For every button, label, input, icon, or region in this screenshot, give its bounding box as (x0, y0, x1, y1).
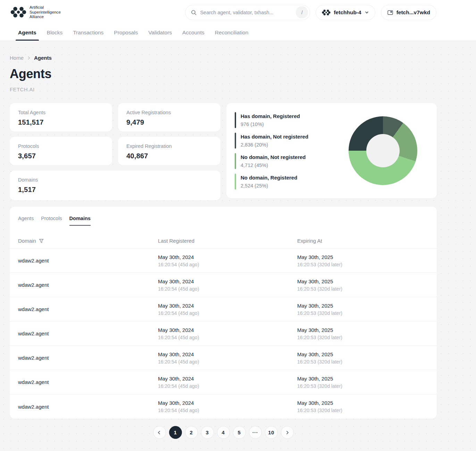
registered-date: May 30th, 2024 (158, 351, 297, 357)
stat-value: 40,867 (126, 152, 212, 160)
pagination-page-2[interactable]: 2 (185, 426, 198, 439)
nav-tab-reconciliation[interactable]: Reconciliation (215, 25, 249, 41)
page-title: Agents (10, 67, 437, 81)
table-row[interactable]: wdaw2.agent May 30th, 2024 16:20:54 (45d… (10, 321, 437, 346)
pagination-page-5[interactable]: 5 (233, 426, 246, 439)
asi-alliance-logo[interactable]: Artificial Superintelligence Alliance (10, 5, 61, 19)
pagination-next-button[interactable] (281, 426, 294, 439)
nav-tab-blocks[interactable]: Blocks (47, 25, 63, 41)
expiring-date: May 30th, 2025 (297, 254, 428, 260)
column-header-domain: Domain (18, 238, 158, 244)
legend-label: Has domain, Registered (241, 112, 300, 119)
table-tabs: Agents Protocols Domains (10, 216, 437, 224)
table-row[interactable]: wdaw2.agent May 30th, 2024 16:20:54 (45d… (10, 370, 437, 394)
table-row[interactable]: wdaw2.agent May 30th, 2024 16:20:54 (45d… (10, 297, 437, 321)
registered-date: May 30th, 2024 (158, 278, 297, 284)
cell-domain: wdaw2.agent (18, 355, 158, 361)
search-bar[interactable]: / (185, 5, 310, 20)
registered-time: 16:20:54 (45d ago) (158, 359, 297, 365)
column-header-expiring-at: Expiring At (297, 238, 428, 244)
cell-domain: wdaw2.agent (18, 379, 158, 385)
expiring-time: 16:20:53 (320d later) (297, 262, 428, 267)
cell-domain: wdaw2.agent (18, 258, 158, 264)
stat-card-domains: Domains 1,517 (10, 170, 220, 200)
legend-value: 4,712 (45%) (241, 162, 306, 168)
stat-label: Active Registrations (126, 110, 212, 115)
cell-last-registered: May 30th, 2024 16:20:54 (45d ago) (158, 303, 297, 316)
registered-date: May 30th, 2024 (158, 327, 297, 333)
expiring-time: 16:20:53 (320d later) (297, 286, 428, 292)
cell-domain: wdaw2.agent (18, 282, 158, 288)
legend-label: No domain, Registered (241, 174, 297, 181)
pagination-prev-button[interactable] (153, 426, 166, 439)
filter-icon[interactable] (39, 239, 44, 243)
pagination-page-4[interactable]: 4 (217, 426, 230, 439)
stat-card-expired-registration: Expired Registration 40,867 (118, 137, 220, 165)
domains-table-card: Agents Protocols Domains Domain Last Reg… (10, 207, 437, 419)
chevron-right-icon (27, 56, 31, 60)
table-tab-protocols[interactable]: Protocols (41, 216, 62, 224)
nav-tab-validators[interactable]: Validators (148, 25, 172, 41)
stat-card-active-registrations: Active Registrations 9,479 (118, 103, 220, 132)
network-logo-icon (322, 9, 331, 16)
expiring-date: May 30th, 2025 (297, 327, 428, 333)
network-name: fetchhub-4 (334, 9, 361, 16)
legend-item: No domain, Registered 2,524 (25%) (235, 174, 349, 190)
agents-donut-chart-card: Has domain, Registered 976 (10%) Has dom… (226, 103, 437, 198)
breadcrumb-home-link[interactable]: Home (10, 55, 24, 61)
table-tab-domains[interactable]: Domains (69, 216, 91, 224)
nav-tab-agents[interactable]: Agents (18, 25, 36, 41)
expiring-time: 16:20:53 (320d later) (297, 310, 428, 316)
wallet-icon (387, 9, 393, 16)
legend-item: Has domain, Registered 976 (10%) (235, 112, 349, 128)
pagination-ellipsis[interactable]: ··· (249, 426, 262, 439)
network-selector[interactable]: fetchhub-4 (316, 5, 375, 20)
legend-color-bar (235, 174, 236, 190)
cell-expiring-at: May 30th, 2025 16:20:53 (320d later) (297, 327, 428, 340)
cell-last-registered: May 30th, 2024 16:20:54 (45d ago) (158, 254, 297, 267)
expiring-time: 16:20:53 (320d later) (297, 408, 428, 413)
stat-label: Expired Registration (126, 143, 212, 149)
table-row[interactable]: wdaw2.agent May 30th, 2024 16:20:54 (45d… (10, 394, 437, 419)
pagination-page-10[interactable]: 10 (265, 426, 278, 439)
cell-expiring-at: May 30th, 2025 16:20:53 (320d later) (297, 303, 428, 316)
search-icon (191, 10, 197, 15)
stat-card-total-agents: Total Agents 151,517 (10, 103, 112, 132)
header: Artificial Superintelligence Alliance / … (0, 0, 476, 41)
cell-expiring-at: May 30th, 2025 16:20:53 (320d later) (297, 254, 428, 267)
table-row[interactable]: wdaw2.agent May 30th, 2024 16:20:54 (45d… (10, 346, 437, 370)
logo-wordmark: Artificial Superintelligence Alliance (30, 5, 61, 19)
expiring-time: 16:20:53 (320d later) (297, 335, 428, 340)
expiring-time: 16:20:53 (320d later) (297, 383, 428, 389)
pagination-next-button-icon (285, 430, 290, 435)
registered-time: 16:20:54 (45d ago) (158, 286, 297, 292)
breadcrumb: Home Agents (10, 55, 437, 61)
legend-item: Has domain, Not registered 2,836 (20%) (235, 133, 349, 149)
stats-grid: Total Agents 151,517 Active Registration… (10, 103, 220, 200)
donut-legend: Has domain, Registered 976 (10%) Has dom… (235, 112, 349, 190)
expiring-date: May 30th, 2025 (297, 278, 428, 284)
breadcrumb-current: Agents (34, 55, 52, 61)
registered-date: May 30th, 2024 (158, 400, 297, 406)
search-input[interactable] (200, 10, 292, 15)
nav-tab-proposals[interactable]: Proposals (114, 25, 138, 41)
table-tab-agents[interactable]: Agents (18, 216, 34, 224)
cell-last-registered: May 30th, 2024 16:20:54 (45d ago) (158, 351, 297, 365)
stat-value: 3,657 (18, 152, 104, 160)
legend-value: 2,524 (25%) (241, 183, 297, 189)
wallet-button[interactable]: fetch...v7wkd (381, 5, 436, 20)
pagination-page-3[interactable]: 3 (201, 426, 214, 439)
table-row[interactable]: wdaw2.agent May 30th, 2024 16:20:54 (45d… (10, 273, 437, 297)
expiring-date: May 30th, 2025 (297, 351, 428, 357)
table-row[interactable]: wdaw2.agent May 30th, 2024 16:20:54 (45d… (10, 249, 437, 273)
cell-domain: wdaw2.agent (18, 404, 158, 410)
nav-tab-accounts[interactable]: Accounts (182, 25, 204, 41)
stat-label: Total Agents (18, 110, 104, 115)
stat-card-protocols: Protocols 3,657 (10, 137, 112, 165)
pagination-page-1[interactable]: 1 (169, 426, 182, 439)
cell-last-registered: May 30th, 2024 16:20:54 (45d ago) (158, 400, 297, 413)
table-header-row: Domain Last Registered Expiring At (10, 233, 437, 249)
nav-tab-transactions[interactable]: Transactions (73, 25, 103, 41)
cell-last-registered: May 30th, 2024 16:20:54 (45d ago) (158, 278, 297, 292)
legend-value: 2,836 (20%) (241, 142, 308, 148)
